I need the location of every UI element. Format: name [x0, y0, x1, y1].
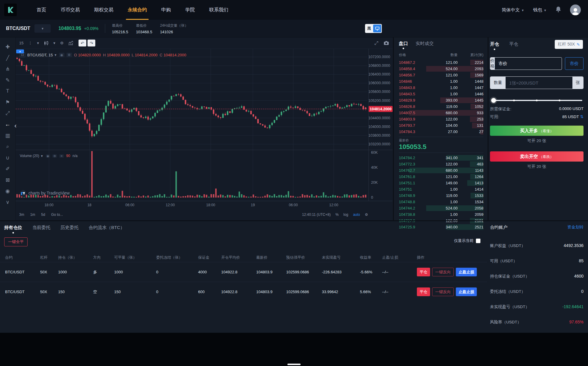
fund-transfer-link[interactable]: 资金划转	[567, 225, 584, 230]
candlestick-chart[interactable]: 107200.0000106800.0000106400.0000106000.…	[16, 49, 393, 201]
volume-close-icon[interactable]: ✕	[59, 154, 64, 158]
ask-row[interactable]: 104784.327.0027	[399, 129, 483, 135]
pitchfork-icon[interactable]: ⋔	[3, 64, 13, 74]
positions-tab[interactable]: 持有仓位	[4, 225, 22, 231]
chart-settings-gear-icon[interactable]: ⚙	[60, 41, 64, 45]
bid-row[interactable]: 104762.7680.001143	[399, 167, 483, 174]
tp-sl-button[interactable]: 止盈止损	[456, 287, 477, 296]
bid-row[interactable]: 104748.81.001534	[399, 199, 483, 205]
trend-line-icon[interactable]: ╱	[3, 53, 13, 63]
bid-row[interactable]: 104748.9119.001533	[399, 192, 483, 199]
pattern-icon[interactable]: ⚑	[3, 97, 13, 107]
tp-sl-button[interactable]: 止盈止损	[456, 268, 477, 276]
nav-item[interactable]: 联系我们	[202, 0, 236, 20]
reverse-position-button[interactable]: 一键反向	[432, 287, 454, 296]
log-scale-button[interactable]: log	[343, 213, 348, 217]
close-position-button[interactable]: 平仓	[417, 287, 430, 296]
tab-depth[interactable]: 盘口	[399, 41, 408, 46]
user-avatar[interactable]	[570, 4, 581, 15]
lock-icon[interactable]: ⊠	[3, 175, 13, 185]
tab-open-position[interactable]: 开仓	[490, 41, 499, 47]
brush-icon[interactable]: ✎	[3, 75, 13, 85]
snapshot-camera-icon[interactable]	[384, 41, 389, 45]
bottom-gear-icon[interactable]: ⚙	[365, 213, 368, 217]
brand-logo[interactable]	[4, 4, 17, 16]
kebab-menu-icon[interactable]: ⋮	[28, 41, 32, 45]
positions-tab[interactable]: 历史委托	[61, 225, 79, 231]
theme-dark-label[interactable]: 黑	[365, 26, 373, 31]
auto-scale-button[interactable]: auto	[353, 213, 360, 217]
slider-handle[interactable]	[491, 98, 496, 103]
nav-item[interactable]: 币币交易	[53, 0, 87, 20]
bid-row[interactable]: 104772.3122.00463	[399, 161, 483, 167]
leverage-button[interactable]: 杠杆 50X✎	[555, 40, 583, 49]
ask-row[interactable]: 104807.5680.00933	[399, 110, 483, 116]
range-button[interactable]: 1m	[30, 213, 35, 217]
redo-button[interactable]: ↷	[88, 40, 95, 46]
close-all-button[interactable]: 一键全平	[4, 237, 28, 246]
only-current-checkbox[interactable]	[476, 239, 480, 243]
bid-row[interactable]: 104761.8121.001264	[399, 174, 483, 180]
nav-item[interactable]: 永续合约	[120, 0, 154, 20]
buy-open-long-button[interactable]: 买入开多 （看涨）	[490, 126, 584, 136]
theme-screen-icon[interactable]	[373, 25, 381, 32]
range-button[interactable]: Go to...	[51, 213, 63, 217]
positions-tab[interactable]: 当前委托	[32, 225, 50, 231]
ask-row[interactable]: 104793.7104.00131	[399, 122, 483, 129]
close-position-button[interactable]: 平仓	[417, 268, 430, 276]
ask-row[interactable]: 104843.51.001446	[399, 91, 483, 97]
quantity-input[interactable]	[506, 77, 572, 89]
volume-eye-icon[interactable]: ◉	[46, 154, 50, 158]
ask-row[interactable]: 104856.7121.001569	[399, 72, 483, 78]
bid-row[interactable]: 104784.2341.00341	[399, 155, 483, 161]
chevron-down-icon[interactable]: ▼	[54, 53, 57, 57]
pair-selector[interactable]: ▼	[34, 24, 51, 33]
range-button[interactable]: 3m	[19, 213, 24, 217]
more-icon[interactable]: ∨	[3, 197, 13, 207]
wallet-menu[interactable]: 钱包▼	[533, 7, 547, 13]
back-icon[interactable]: ←	[3, 119, 13, 129]
bid-row[interactable]: 104744.2524.002058	[399, 205, 483, 211]
positions-tab[interactable]: 合约流水（BTC）	[89, 225, 125, 231]
ask-row[interactable]: 1048461.001448	[399, 78, 483, 85]
undo-button[interactable]: ↶	[79, 40, 86, 46]
eye-icon[interactable]: ◉	[3, 186, 13, 196]
tradingview-watermark[interactable]: charts by TradingView	[20, 190, 70, 196]
zoom-icon[interactable]: ⌕	[3, 141, 13, 152]
percent-scale-button[interactable]: %	[335, 213, 339, 217]
edit-icon[interactable]: ✐	[3, 164, 13, 174]
time-axis[interactable]: 18:001806:0012:0018:001906:0012:00	[16, 201, 393, 209]
ask-row[interactable]: 104803.9122.00253	[399, 116, 483, 122]
legend-settings-icon[interactable]: ⚙	[67, 53, 72, 57]
chevron-down-icon[interactable]: ▼	[40, 154, 43, 158]
volume-title[interactable]: Volume (20)	[20, 154, 39, 158]
price-input[interactable]	[495, 58, 562, 70]
bid-row[interactable]: 104738.81.002059	[399, 211, 483, 218]
legend-symbol[interactable]: BTC/USDT, 15	[27, 53, 53, 57]
market-price-button[interactable]: 市价	[565, 57, 584, 70]
legend-eye-icon[interactable]: ◉	[59, 53, 64, 57]
forecast-icon[interactable]: ⤢	[3, 108, 13, 118]
ask-row[interactable]: 104858.4524.002093	[399, 66, 483, 72]
tab-close-position[interactable]: 平仓	[509, 41, 518, 47]
volume-settings-icon[interactable]: ⚙	[52, 154, 57, 158]
crosshair-icon[interactable]: ✚	[3, 42, 13, 52]
transfer-icon[interactable]: ⇅	[580, 115, 584, 119]
bid-row[interactable]: 104725.9340.002521	[399, 224, 483, 230]
tab-trades[interactable]: 实时成交	[416, 41, 434, 46]
candle-style-icon[interactable]	[44, 41, 49, 46]
collapse-sidebar-handle[interactable]: ‹	[14, 122, 16, 130]
ask-row[interactable]: 104829.9393.001445	[399, 97, 483, 103]
reverse-position-button[interactable]: 一键反向	[432, 268, 454, 276]
only-current-toggle[interactable]: 仅显示当前	[454, 238, 480, 243]
interval-button[interactable]: 15	[19, 41, 23, 45]
bars-pattern-icon[interactable]: ▥	[3, 130, 13, 141]
ask-row[interactable]: 104867.2121.002214	[399, 59, 483, 66]
magnet-icon[interactable]: ∪	[3, 153, 13, 163]
bid-row[interactable]: 104751.1149.001413	[399, 180, 483, 186]
sell-open-short-button[interactable]: 卖出开空 （看跌）	[490, 151, 584, 162]
quantity-slider[interactable]	[491, 98, 582, 103]
indicators-icon[interactable]	[68, 41, 74, 46]
fullscreen-icon[interactable]: ⤢	[374, 40, 378, 46]
bid-row[interactable]: 1047511.001414	[399, 186, 483, 192]
